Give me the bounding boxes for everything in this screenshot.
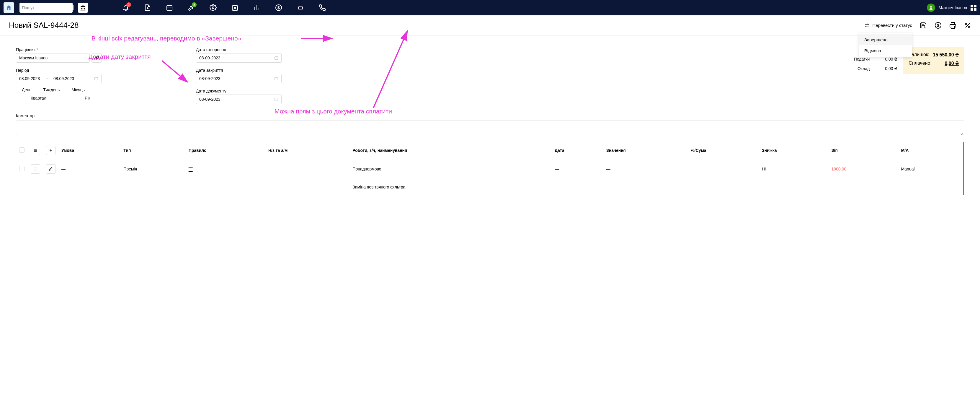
period-range[interactable]: 08.09.2023 → 08.09.2023 <box>16 74 102 83</box>
bank-button[interactable] <box>78 3 88 13</box>
bell-badge: 2 <box>126 2 131 7</box>
status-dropdown: Завершено Відмова <box>859 33 912 57</box>
calendar-small-icon <box>274 97 278 101</box>
save-icon <box>920 22 927 29</box>
svg-rect-24 <box>275 77 278 80</box>
comment-textarea[interactable] <box>16 121 964 135</box>
swap-icon <box>864 22 870 29</box>
status-option-refused[interactable]: Відмова <box>859 45 912 56</box>
calendar-small-icon <box>274 77 278 81</box>
date-created-input[interactable]: 08-09-2023 <box>196 53 282 63</box>
car-icon <box>297 4 304 11</box>
date-closed-label: Дата закриття <box>196 68 282 73</box>
chart-icon <box>253 4 260 11</box>
svg-line-19 <box>966 23 970 27</box>
date-created-label: Дата створення <box>196 47 282 52</box>
document-title: Новий SAL-9444-28 <box>9 21 79 30</box>
svg-point-8 <box>234 7 235 8</box>
svg-rect-22 <box>95 77 98 80</box>
table-row: Заміна повітряного фільтра ; <box>16 179 963 195</box>
add-document-button[interactable] <box>144 4 151 11</box>
money-button[interactable]: $ <box>275 4 282 11</box>
save-button[interactable] <box>920 22 927 29</box>
add-file-icon <box>144 4 151 11</box>
employee-label: Працівник * <box>16 47 102 52</box>
row-edit-button[interactable] <box>46 164 56 174</box>
tools-button[interactable]: 3 <box>188 4 195 11</box>
summary-right: Залишок:15 550,00 ₴ Сплачено:0,00 ₴ <box>903 47 964 74</box>
search-box[interactable] <box>19 3 73 13</box>
link-icon <box>94 56 99 60</box>
calls-button[interactable] <box>319 4 326 11</box>
menu-header-button[interactable] <box>31 146 40 155</box>
row-menu-button[interactable] <box>31 164 40 174</box>
wrench-badge: 3 <box>192 2 197 7</box>
print-icon <box>949 22 956 29</box>
person-icon <box>929 5 933 10</box>
calendar-small-icon <box>94 77 98 81</box>
svg-point-15 <box>930 6 932 8</box>
add-row-button[interactable] <box>46 146 56 155</box>
line-items-table: Умова Тип Правило Н/з та а/м Роботи, з/ч… <box>16 142 964 195</box>
contact-calendar-icon <box>231 4 239 11</box>
period-tab-day[interactable]: День <box>22 86 31 93</box>
user-name[interactable]: Максим Іванов <box>939 5 967 10</box>
period-tab-year[interactable]: Рік <box>85 94 90 102</box>
svg-rect-18 <box>951 26 955 29</box>
edit-icon <box>49 167 53 171</box>
status-option-completed[interactable]: Завершено <box>859 34 912 45</box>
contacts-button[interactable] <box>231 4 239 11</box>
period-tab-month[interactable]: Місяць <box>72 86 85 93</box>
row-checkbox[interactable] <box>19 166 24 171</box>
employee-select[interactable]: Максим Іванов <box>16 53 90 63</box>
vehicles-button[interactable] <box>297 4 304 11</box>
gear-icon <box>210 4 217 11</box>
date-closed-input[interactable]: 08-09-2023 <box>196 74 282 83</box>
table-row: — Премія —— Понаднормово — — Ні 1000.00 … <box>16 159 963 179</box>
print-button[interactable] <box>949 22 956 29</box>
period-label: Період <box>16 68 102 73</box>
pay-button[interactable]: $ <box>935 22 942 29</box>
top-navigation: 2 3 $ Макс <box>0 0 980 15</box>
settings-button[interactable] <box>210 4 217 11</box>
status-label: Перевести у статус <box>872 23 912 28</box>
user-avatar[interactable] <box>927 3 935 12</box>
comment-label: Коментар <box>16 113 964 118</box>
chevron-down-icon <box>83 56 86 60</box>
period-tab-quarter[interactable]: Квартал <box>31 94 46 102</box>
svg-point-6 <box>212 7 214 9</box>
status-change-button[interactable]: Перевести у статус Завершено Відмова <box>864 22 912 29</box>
calendar-icon <box>166 4 173 11</box>
apps-button[interactable] <box>970 5 977 11</box>
calendar-button[interactable] <box>166 4 173 11</box>
date-doc-input[interactable]: 08-09-2023 <box>196 94 282 104</box>
dollar-circle-icon: $ <box>935 22 942 29</box>
paid-value[interactable]: 0,00 ₴ <box>945 61 959 66</box>
menu-icon <box>33 148 38 152</box>
plus-icon <box>49 148 53 152</box>
svg-rect-23 <box>275 57 278 59</box>
main-content: Працівник * Максим Іванов Період 08.09.2… <box>0 35 980 201</box>
calendar-small-icon <box>274 56 278 60</box>
svg-text:$: $ <box>277 5 280 10</box>
select-all-checkbox[interactable] <box>19 147 24 153</box>
percent-icon <box>964 22 971 29</box>
svg-point-20 <box>965 23 967 24</box>
employee-link-button[interactable] <box>92 53 102 63</box>
money-icon: $ <box>275 4 282 11</box>
menu-icon <box>33 167 38 171</box>
remaining-value[interactable]: 15 550,00 ₴ <box>933 52 959 57</box>
home-button[interactable] <box>3 2 14 13</box>
home-icon <box>6 5 12 11</box>
svg-text:$: $ <box>937 23 939 28</box>
search-input[interactable] <box>22 5 73 10</box>
svg-rect-25 <box>275 98 278 101</box>
period-tab-week[interactable]: Тиждень <box>43 86 60 93</box>
phone-icon <box>319 4 326 11</box>
document-header: Новий SAL-9444-28 Перевести у статус Зав… <box>0 15 980 35</box>
svg-point-21 <box>969 26 970 28</box>
reports-button[interactable] <box>253 4 260 11</box>
nav-icons: 2 3 $ <box>122 4 326 11</box>
notifications-button[interactable]: 2 <box>122 4 129 11</box>
percent-button[interactable] <box>964 22 971 29</box>
